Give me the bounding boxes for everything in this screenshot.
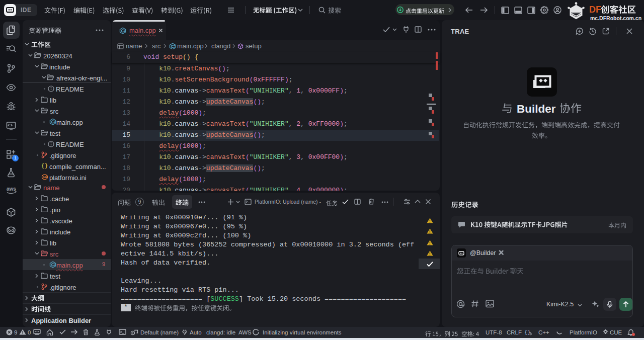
svg-text:{}: {}: [524, 329, 531, 335]
svg-text:aws: aws: [7, 186, 16, 192]
svg-text:{}: {}: [41, 163, 48, 168]
